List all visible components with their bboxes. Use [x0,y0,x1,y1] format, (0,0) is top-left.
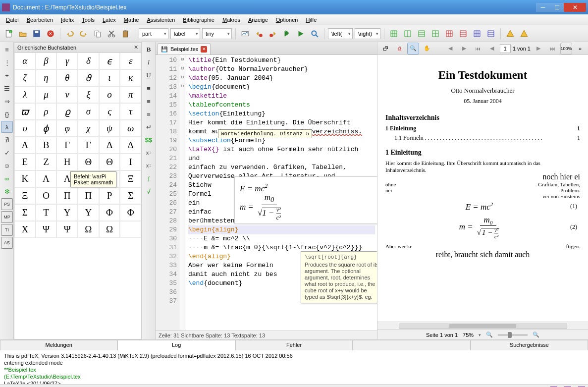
symbol-cell[interactable]: η [36,69,57,86]
symbol-cell[interactable]: Δ [120,137,141,154]
symbol-cell[interactable]: H [56,154,78,170]
align-right-icon[interactable]: ≡ [143,108,155,120]
symbol-cell[interactable]: φ [56,120,78,137]
align-center-icon[interactable]: ≡ [143,95,155,107]
paste-button[interactable] [119,28,131,40]
braces-icon[interactable]: {} [1,108,13,120]
fontsize-combo[interactable]: tiny [202,28,232,39]
menu-bibliographie[interactable]: Bibliographie [179,16,218,24]
sub-icon[interactable]: x□ [143,147,155,159]
symbol-cell[interactable]: α [14,53,36,69]
symbol-cell[interactable]: ε [120,53,141,69]
lines-icon[interactable]: ☰ [1,82,13,94]
symbol-cell[interactable]: σ [78,103,99,120]
symbol-cell[interactable]: Λ [36,170,57,187]
bold-icon[interactable]: B [143,44,155,55]
symbol-cell[interactable]: Σ [14,204,36,221]
bottom-tab-empty[interactable] [353,340,470,350]
zoom-out-icon[interactable]: 🔍 [486,332,493,338]
pv-window-icon[interactable]: 🗗 [379,43,391,55]
symbol-cell[interactable]: β [36,53,57,69]
not-icon[interactable]: ∄ [1,134,13,146]
matrix-icon-7[interactable] [471,28,483,40]
maximize-button[interactable]: ☐ [550,3,564,12]
symbol-cell[interactable]: P [99,187,120,204]
italic-icon[interactable]: I [143,56,155,68]
arrow-icon[interactable]: ⇒ [1,95,13,107]
symbol-cell[interactable]: Υ [56,204,78,221]
symbol-cell[interactable]: Υ [78,204,99,221]
menu-bearbeiten[interactable]: Bearbeiten [23,16,57,24]
divide-icon[interactable]: ÷ [1,69,13,81]
warn-icon-1[interactable] [504,28,516,40]
symbol-cell[interactable]: Φ [99,204,120,221]
frac-icon[interactable]: ∫ [143,172,155,184]
underline-icon[interactable]: U [143,69,155,81]
pv-page-input[interactable] [500,44,511,53]
symbol-cell[interactable] [120,221,141,238]
copy-button[interactable] [92,28,104,40]
menu-datei[interactable]: Datei [2,16,23,24]
symbol-cell[interactable]: Ψ [36,221,57,238]
bottom-tab-fehler[interactable]: Fehler [235,340,353,350]
symbol-cell[interactable]: X [14,221,36,238]
pv-zoom-icon[interactable]: 🔍 [407,43,419,55]
symbol-cell[interactable]: O [36,187,57,204]
symbol-cell[interactable]: Δ [99,137,120,154]
symbol-cell[interactable]: I [120,154,141,170]
bottom-tab-suchergebnisse[interactable]: Suchergebnisse [471,340,588,350]
symbol-cell[interactable]: Θ [99,154,120,170]
symbol-cell[interactable]: Γ [78,137,99,154]
editor-tab[interactable]: 💾 Beispiel.tex ✕ [158,43,211,55]
bottom-tab-meldungen[interactable]: Meldungen [0,340,117,350]
symbol-cell[interactable]: E [14,154,36,170]
symbol-cell[interactable]: ϕ [36,120,57,137]
symbol-cell[interactable]: Ξ [14,187,36,204]
pv-last-icon[interactable]: ⏭ [546,43,558,55]
symbol-cell[interactable]: μ [36,86,57,103]
ps-icon[interactable]: PS [1,198,13,210]
symbol-cell[interactable]: Φ [120,204,141,221]
symbol-cell[interactable]: γ [56,53,78,69]
save-button[interactable] [31,28,43,40]
zoom-slider[interactable] [498,334,528,336]
pv-next-icon[interactable]: ▶ [533,43,544,55]
structure-icon[interactable]: ≡ [1,44,13,55]
cut-button[interactable] [106,28,117,40]
matrix-icon-3[interactable] [416,28,428,40]
sqrt-icon[interactable]: √ [143,185,155,197]
symbol-cell[interactable]: B [36,137,57,154]
matrix-icon-4[interactable] [429,28,441,40]
pv-prev-icon[interactable]: ◀ [486,43,498,55]
view-button[interactable] [309,28,321,40]
next-error-button[interactable] [267,28,279,40]
warn-icon-2[interactable] [518,28,530,40]
menu-hilfe[interactable]: Hilfe [302,16,321,24]
symbol-cell[interactable]: Θ [78,154,99,170]
star-icon[interactable]: ✻ [1,185,13,197]
smiley-icon[interactable]: ☺ [1,160,13,171]
symbol-cell[interactable]: δ [78,53,99,69]
pv-fwd-icon[interactable]: ▶ [458,43,470,55]
menu-mathe[interactable]: Mathe [120,16,143,24]
preview-hscroll[interactable] [377,322,588,330]
menu-latex[interactable]: Latex [99,16,120,24]
matrix-icon-1[interactable] [388,28,400,40]
redo-button[interactable] [78,28,90,40]
pv-back-icon[interactable]: ◀ [444,43,456,55]
symbol-cell[interactable]: ι [99,69,120,86]
code-editor[interactable]: 1011121314151617181920212223242526272829… [156,55,377,331]
symbol-cell[interactable]: Ξ [120,170,141,187]
symbol-cell[interactable]: ω [120,120,141,137]
symbol-cell[interactable]: ζ [14,69,36,86]
symbol-cell[interactable]: Z [36,154,57,170]
build-view-button[interactable] [239,28,251,40]
symbol-cell[interactable]: ϵ [99,53,120,69]
bottom-tab-log[interactable]: Log [117,340,235,350]
open-file-button[interactable] [17,28,29,40]
dollar-icon[interactable]: $$ [143,134,155,146]
symbol-cell[interactable]: ϑ [78,69,99,86]
symbol-cell[interactable]: χ [78,120,99,137]
symbol-cell[interactable]: λ [14,86,36,103]
three-dots-icon[interactable]: ⋮ [1,56,13,68]
